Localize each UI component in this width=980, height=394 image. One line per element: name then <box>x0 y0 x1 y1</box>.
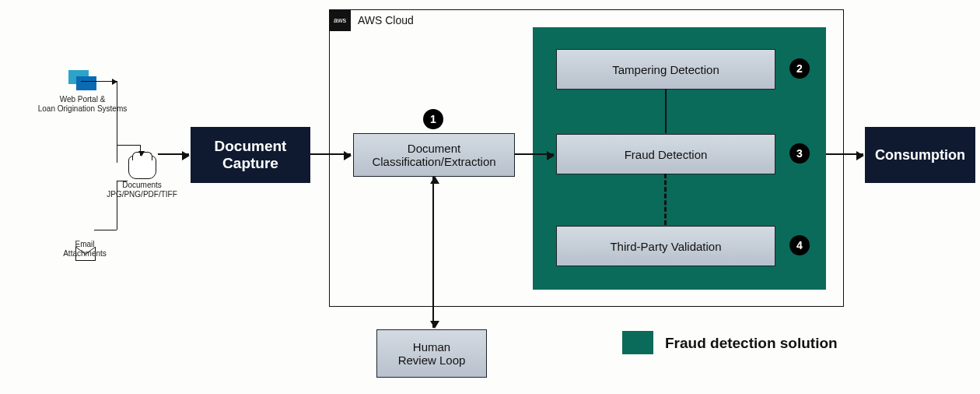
aws-logo-text: aws <box>334 17 346 24</box>
connector-web-right <box>81 81 117 82</box>
connector-tamper-fraud <box>665 89 667 133</box>
documents-label: Documents JPG/PNG/PDF/TIFF <box>97 181 187 199</box>
tampering-detection-box: Tampering Detection <box>556 49 775 90</box>
aws-logo-icon: aws <box>329 9 351 31</box>
web-portal-icon <box>68 70 96 90</box>
arrow-classify-to-fraud <box>515 153 554 155</box>
arrow-to-consumption <box>826 153 863 155</box>
consumption-box: Consumption <box>865 127 975 183</box>
connector-web-down <box>117 81 117 163</box>
connector-email-horz2 <box>117 181 128 181</box>
email-label: Email Attachments <box>58 240 112 259</box>
legend-label: Fraud detection solution <box>665 335 838 352</box>
connector-email-up <box>117 181 117 230</box>
human-review-loop-box: Human Review Loop <box>376 329 487 378</box>
third-party-validation-box: Third-Party Validation <box>556 226 775 266</box>
web-portal-label: Web Portal & Loan Origination Systems <box>28 95 137 114</box>
arrow-docs-to-capture <box>158 153 189 155</box>
badge-3: 3 <box>789 143 810 164</box>
legend-swatch <box>622 331 653 354</box>
document-capture-box: Document Capture <box>191 127 310 183</box>
arrow-classify-human <box>432 177 434 328</box>
badge-1: 1 <box>423 109 443 129</box>
connector-fraud-tpv <box>664 174 667 225</box>
aws-cloud-label: AWS Cloud <box>358 14 414 26</box>
badge-4: 4 <box>789 235 810 255</box>
arrow-capture-to-classify <box>310 153 351 155</box>
connector-email-horz <box>94 230 117 230</box>
document-classification-box: Document Classification/Extraction <box>353 133 515 177</box>
connector-into-docs-top <box>140 145 141 156</box>
documents-icon <box>128 156 156 179</box>
fraud-detection-box: Fraud Detection <box>556 134 775 174</box>
connector-web-horz2 <box>117 145 140 146</box>
badge-2: 2 <box>789 58 810 79</box>
